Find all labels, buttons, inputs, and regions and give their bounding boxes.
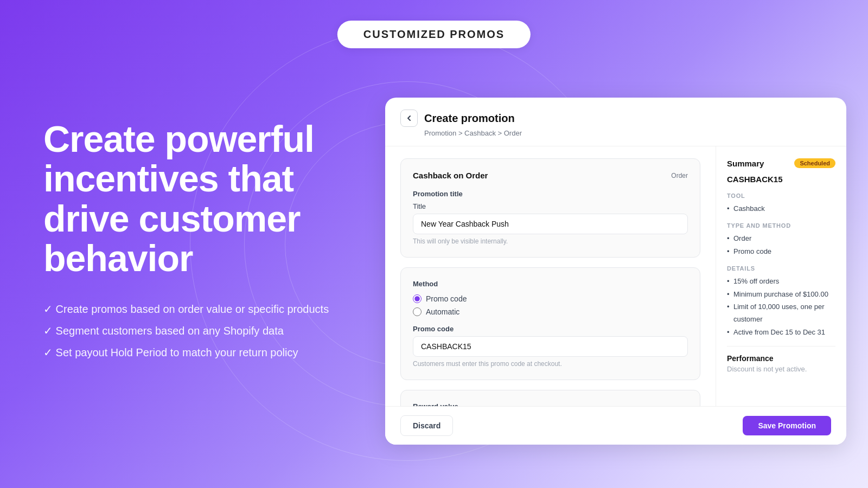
summary-details-item-3: Limit of 10,000 uses, one per customer xyxy=(727,300,835,326)
summary-details-item-2: Minimum purchase of $100.00 xyxy=(727,288,835,300)
cashback-card-title: Cashback on Order xyxy=(413,171,488,180)
performance-title: Performance xyxy=(727,354,835,363)
summary-type-item-2: Promo code xyxy=(727,245,835,258)
form-area: Cashback on Order Order Promotion title … xyxy=(385,146,716,406)
breadcrumb: Promotion > Cashback > Order xyxy=(424,129,831,137)
radio-promo-code-input[interactable] xyxy=(413,294,422,303)
summary-tool-item-1: Cashback xyxy=(727,202,835,215)
promo-code-hint: Customers must enter this promo code at … xyxy=(413,360,688,368)
radio-promo-code-label: Promo code xyxy=(426,294,467,303)
summary-tool-list: Cashback xyxy=(727,202,835,215)
title-field-input[interactable] xyxy=(413,214,688,234)
back-button[interactable] xyxy=(400,110,418,127)
main-panel: Create promotion Promotion > Cashback > … xyxy=(385,98,846,445)
breadcrumb-sep-1: > xyxy=(458,129,464,137)
promo-name: CASHBACK15 xyxy=(727,175,835,184)
promo-code-label: Promo code xyxy=(413,325,688,333)
panel-title: Create promotion xyxy=(424,112,515,125)
top-badge-label: CUSTOMIZED PROMOS xyxy=(363,28,505,40)
hero-section: Create powerful incentives that drive cu… xyxy=(43,119,347,363)
status-badge: Scheduled xyxy=(794,158,835,168)
summary-details-item-1: 15% off orders xyxy=(727,275,835,287)
reward-section-card: Reward value Percentage Fixed amount % xyxy=(400,390,700,406)
title-field-label: Title xyxy=(413,202,688,210)
method-section-card: Method Promo code Automatic Promo code C… xyxy=(400,267,700,380)
summary-header-row: Summary Scheduled xyxy=(727,158,835,168)
summary-tool-label: TOOL xyxy=(727,192,835,199)
panel-body: Cashback on Order Order Promotion title … xyxy=(385,146,846,406)
cashback-section-card: Cashback on Order Order Promotion title … xyxy=(400,158,700,258)
performance-text: Discount is not yet active. xyxy=(727,365,835,373)
hero-bullet-1: Create promos based on order value or sp… xyxy=(43,298,347,320)
top-badge: CUSTOMIZED PROMOS xyxy=(337,21,531,48)
radio-automatic-label: Automatic xyxy=(426,307,459,316)
save-promotion-button[interactable]: Save Promotion xyxy=(743,416,831,435)
promo-code-input[interactable] xyxy=(413,336,688,357)
summary-details-list: 15% off orders Minimum purchase of $100.… xyxy=(727,275,835,338)
summary-details-item-4: Active from Dec 15 to Dec 31 xyxy=(727,326,835,338)
discard-button[interactable]: Discard xyxy=(400,415,453,436)
breadcrumb-item-3: Order xyxy=(504,129,522,137)
summary-sidebar: Summary Scheduled CASHBACK15 TOOL Cashba… xyxy=(716,146,846,406)
breadcrumb-item-2: Cashback xyxy=(464,129,496,137)
summary-type-item-1: Order xyxy=(727,232,835,245)
panel-footer: Discard Save Promotion xyxy=(385,406,846,445)
panel-header-row: Create promotion xyxy=(400,110,831,127)
cashback-card-header: Cashback on Order Order xyxy=(413,171,688,180)
breadcrumb-item-1: Promotion xyxy=(424,129,456,137)
radio-automatic[interactable]: Automatic xyxy=(413,307,688,316)
summary-details-label: DETAILS xyxy=(727,265,835,272)
reward-label: Reward value xyxy=(413,402,688,406)
summary-title: Summary xyxy=(727,159,764,168)
summary-type-list: Order Promo code xyxy=(727,232,835,258)
cashback-badge: Order xyxy=(671,172,688,179)
promotion-title-group: Promotion title Title This will only be … xyxy=(413,190,688,245)
method-radio-group: Promo code Automatic xyxy=(413,294,688,316)
hero-bullet-3: Set payout Hold Period to match your ret… xyxy=(43,342,347,363)
hero-bullets: Create promos based on order value or sp… xyxy=(43,298,347,363)
summary-divider xyxy=(727,346,835,346)
method-label: Method xyxy=(413,280,688,288)
breadcrumb-sep-2: > xyxy=(498,129,504,137)
panel-header: Create promotion Promotion > Cashback > … xyxy=(385,98,846,146)
hero-headline: Create powerful incentives that drive cu… xyxy=(43,119,347,279)
hero-bullet-2: Segment customers based on any Shopify d… xyxy=(43,320,347,342)
title-field-hint: This will only be visible internally. xyxy=(413,237,688,245)
promotion-title-label: Promotion title xyxy=(413,190,688,198)
radio-automatic-input[interactable] xyxy=(413,307,422,316)
summary-type-label: TYPE AND METHOD xyxy=(727,222,835,229)
radio-promo-code[interactable]: Promo code xyxy=(413,294,688,303)
